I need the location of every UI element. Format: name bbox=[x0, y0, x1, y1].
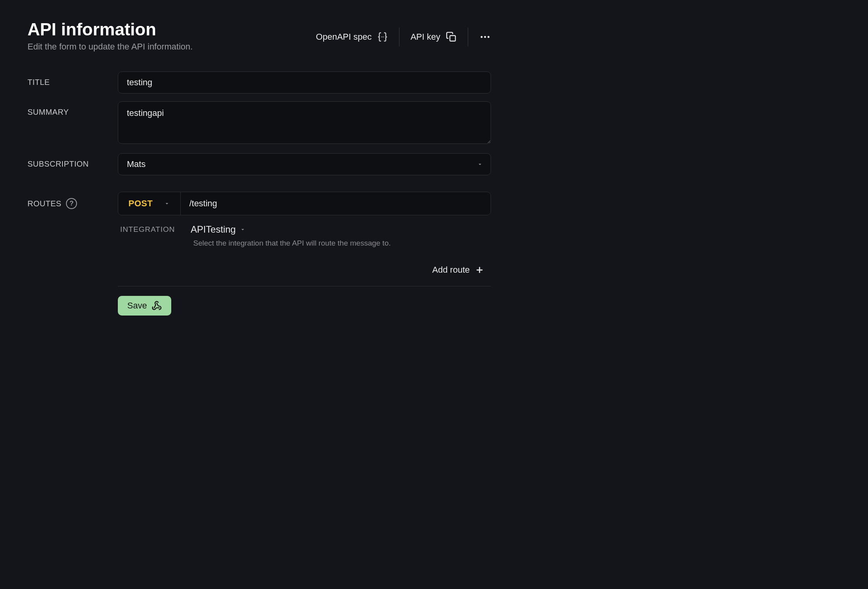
help-icon[interactable]: ? bbox=[66, 198, 77, 209]
chevron-down-icon bbox=[164, 200, 170, 207]
header-actions: OpenAPI spec API key bbox=[305, 28, 491, 46]
svg-point-6 bbox=[487, 36, 489, 38]
openapi-spec-button[interactable]: OpenAPI spec bbox=[305, 28, 399, 46]
svg-point-4 bbox=[481, 36, 483, 38]
api-form: TITLE SUMMARY SUBSCRIPTION Mats ROUTES bbox=[27, 72, 491, 316]
subscription-value: Mats bbox=[118, 153, 491, 175]
title-input[interactable] bbox=[118, 72, 491, 94]
subscription-select[interactable]: Mats bbox=[118, 153, 491, 175]
title-label: TITLE bbox=[27, 72, 110, 87]
svg-point-2 bbox=[383, 37, 384, 37]
summary-input[interactable] bbox=[118, 101, 491, 144]
webhook-icon bbox=[152, 301, 162, 311]
copy-icon bbox=[446, 31, 457, 42]
routes-label-text: ROUTES bbox=[27, 199, 61, 208]
routes-row: ROUTES ? POST INTEGRATION APITesting bbox=[27, 192, 491, 316]
title-row: TITLE bbox=[27, 72, 491, 94]
integration-select[interactable]: APITesting bbox=[190, 224, 246, 235]
integration-value-text: APITesting bbox=[190, 224, 236, 235]
routes-label: ROUTES ? bbox=[27, 192, 110, 209]
add-route-label: Add route bbox=[432, 265, 470, 275]
chevron-down-icon bbox=[240, 226, 246, 233]
plus-icon bbox=[475, 266, 484, 274]
header-title-block: API information Edit the form to update … bbox=[27, 20, 193, 52]
subscription-label: SUBSCRIPTION bbox=[27, 153, 110, 169]
more-menu-button[interactable] bbox=[468, 28, 491, 46]
svg-rect-3 bbox=[450, 36, 456, 41]
openapi-spec-label: OpenAPI spec bbox=[316, 32, 372, 42]
api-key-label: API key bbox=[410, 32, 440, 42]
http-method-select[interactable]: POST bbox=[118, 192, 181, 215]
braces-icon bbox=[377, 31, 388, 42]
http-method-value: POST bbox=[128, 198, 153, 209]
route-box: POST bbox=[118, 192, 491, 215]
svg-point-1 bbox=[382, 37, 383, 37]
add-route-button[interactable]: Add route bbox=[118, 265, 491, 275]
save-label: Save bbox=[127, 301, 147, 311]
svg-point-5 bbox=[484, 36, 486, 38]
save-button[interactable]: Save bbox=[118, 296, 171, 316]
api-key-button[interactable]: API key bbox=[399, 28, 468, 46]
integration-row: INTEGRATION APITesting bbox=[118, 224, 491, 235]
page-header: API information Edit the form to update … bbox=[27, 20, 491, 52]
route-path-input[interactable] bbox=[181, 192, 491, 215]
page-title: API information bbox=[27, 20, 193, 39]
divider bbox=[118, 286, 491, 286]
integration-label: INTEGRATION bbox=[120, 225, 175, 234]
subscription-row: SUBSCRIPTION Mats bbox=[27, 153, 491, 175]
summary-label: SUMMARY bbox=[27, 101, 110, 117]
integration-help-text: Select the integration that the API will… bbox=[193, 239, 491, 248]
more-horizontal-icon bbox=[479, 31, 491, 43]
page-subtitle: Edit the form to update the API informat… bbox=[27, 42, 193, 52]
svg-point-0 bbox=[381, 37, 382, 37]
summary-row: SUMMARY bbox=[27, 101, 491, 145]
